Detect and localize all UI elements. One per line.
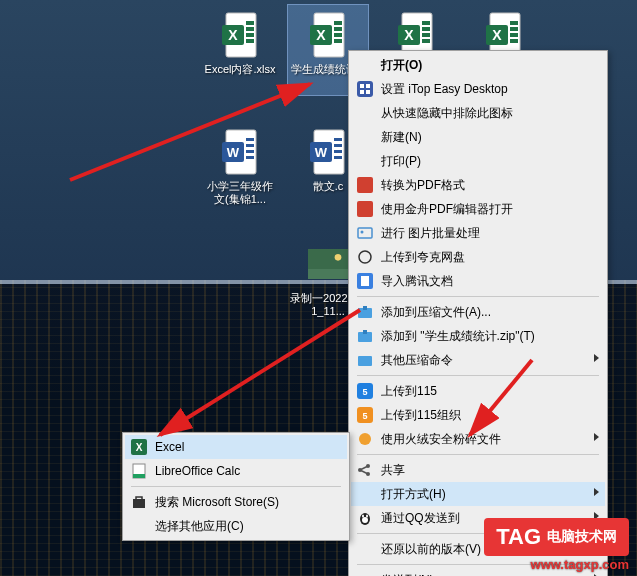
excel-icon: X xyxy=(220,11,260,59)
menu-label: 新建(N) xyxy=(381,129,422,146)
menu-share[interactable]: 共享 xyxy=(351,458,605,482)
svg-rect-33 xyxy=(246,150,254,153)
watermark-url: www.tagxp.com xyxy=(531,557,629,572)
svg-point-47 xyxy=(335,254,342,261)
svg-rect-55 xyxy=(358,228,372,238)
menu-open[interactable]: 打开(O) xyxy=(351,53,605,77)
menu-otherzip[interactable]: 其他压缩命令 xyxy=(351,348,605,372)
menu-label: 还原以前的版本(V) xyxy=(381,541,481,558)
pdf-icon xyxy=(355,200,375,218)
svg-rect-39 xyxy=(334,144,342,147)
separator xyxy=(357,375,599,376)
svg-rect-49 xyxy=(360,84,364,88)
menu-label: 其他压缩命令 xyxy=(381,352,453,369)
menu-openwith[interactable]: 打开方式(H) xyxy=(351,482,605,506)
menu-tencent[interactable]: 导入腾讯文档 xyxy=(351,269,605,293)
svg-rect-50 xyxy=(366,84,370,88)
zip-icon xyxy=(355,303,375,321)
menu-label: 搜索 Microsoft Store(S) xyxy=(155,494,279,511)
file-icon-word-1[interactable]: W 小学三年级作文(集锦1... xyxy=(200,122,280,212)
menu-label: 通过QQ发送到 xyxy=(381,510,460,527)
zip-icon xyxy=(355,351,375,369)
svg-point-57 xyxy=(359,251,371,263)
svg-rect-10 xyxy=(334,21,342,25)
menu-label: 上传到115组织 xyxy=(381,407,461,424)
svg-point-70 xyxy=(358,468,362,472)
menu-jinshan[interactable]: 使用金舟PDF编辑器打开 xyxy=(351,197,605,221)
svg-rect-20 xyxy=(422,39,430,43)
svg-text:5: 5 xyxy=(362,411,367,421)
submenu-other[interactable]: 选择其他应用(C) xyxy=(125,514,347,538)
file-label: 小学三年级作文(集锦1... xyxy=(202,180,278,206)
menu-label: 使用金舟PDF编辑器打开 xyxy=(381,201,513,218)
menu-label: 使用火绒安全粉碎文件 xyxy=(381,431,501,448)
menu-pdf[interactable]: 转换为PDF格式 xyxy=(351,173,605,197)
zip-icon xyxy=(355,327,375,345)
menu-label: 打开方式(H) xyxy=(381,486,446,503)
menu-quark[interactable]: 上传到夸克网盘 xyxy=(351,245,605,269)
menu-label: 转换为PDF格式 xyxy=(381,177,465,194)
svg-rect-63 xyxy=(363,330,367,334)
svg-point-74 xyxy=(362,517,368,523)
svg-point-75 xyxy=(362,515,364,518)
menu-label: 从快速隐藏中排除此图标 xyxy=(381,105,513,122)
menu-label: 发送到(N) xyxy=(381,572,434,577)
separator xyxy=(131,486,341,487)
menu-print[interactable]: 打印(P) xyxy=(351,149,605,173)
svg-rect-26 xyxy=(510,33,518,37)
svg-rect-4 xyxy=(246,27,254,31)
svg-rect-34 xyxy=(246,156,254,159)
svg-text:X: X xyxy=(404,27,414,43)
svg-rect-11 xyxy=(334,27,342,31)
115org-icon: 5 xyxy=(355,406,375,424)
submenu-excel[interactable]: XExcel xyxy=(125,435,347,459)
svg-rect-53 xyxy=(357,177,373,193)
svg-rect-3 xyxy=(246,21,254,25)
submenu-libre[interactable]: LibreOffice Calc xyxy=(125,459,347,483)
svg-text:X: X xyxy=(136,442,143,453)
menu-addzip2[interactable]: 添加到 "学生成绩统计.zip"(T) xyxy=(351,324,605,348)
svg-text:X: X xyxy=(316,27,326,43)
libre-icon xyxy=(129,462,149,480)
svg-rect-46 xyxy=(308,269,348,279)
menu-label: 共享 xyxy=(381,462,405,479)
file-icon-excel-1[interactable]: X Excel内容.xlsx xyxy=(200,5,280,95)
svg-rect-48 xyxy=(357,81,373,97)
submenu-store[interactable]: 搜索 Microsoft Store(S) xyxy=(125,490,347,514)
menu-hide[interactable]: 从快速隐藏中排除此图标 xyxy=(351,101,605,125)
svg-rect-5 xyxy=(246,33,254,37)
image-icon xyxy=(355,224,375,242)
menu-huorong[interactable]: 使用火绒安全粉碎文件 xyxy=(351,427,605,451)
menu-label: LibreOffice Calc xyxy=(155,464,240,478)
watermark-logo: TAG 电脑技术网 xyxy=(484,518,629,556)
svg-point-56 xyxy=(361,231,364,234)
separator xyxy=(357,296,599,297)
chevron-right-icon xyxy=(594,433,599,441)
menu-new[interactable]: 新建(N) xyxy=(351,125,605,149)
menu-label: 打开(O) xyxy=(381,57,422,74)
svg-rect-54 xyxy=(357,201,373,217)
menu-label: 导入腾讯文档 xyxy=(381,273,453,290)
svg-rect-38 xyxy=(334,138,342,141)
svg-point-71 xyxy=(366,464,370,468)
excel-app-icon: X xyxy=(129,438,149,456)
menu-label: 添加到 "学生成绩统计.zip"(T) xyxy=(381,328,535,345)
pdf-icon xyxy=(355,176,375,194)
excel-icon: X xyxy=(308,11,348,59)
menu-addzip[interactable]: 添加到压缩文件(A)... xyxy=(351,300,605,324)
svg-rect-12 xyxy=(334,33,342,37)
word-icon: W xyxy=(220,128,260,176)
svg-rect-24 xyxy=(510,21,518,25)
svg-rect-51 xyxy=(360,90,364,94)
svg-rect-6 xyxy=(246,39,254,43)
file-label: 散文.c xyxy=(313,180,344,193)
store-icon xyxy=(129,493,149,511)
menu-115org[interactable]: 5上传到115组织 xyxy=(351,403,605,427)
menu-115[interactable]: 5上传到115 xyxy=(351,379,605,403)
svg-rect-61 xyxy=(363,306,367,310)
svg-rect-27 xyxy=(510,39,518,43)
svg-rect-17 xyxy=(422,21,430,25)
separator xyxy=(357,454,599,455)
menu-batch[interactable]: 进行 图片批量处理 xyxy=(351,221,605,245)
menu-itop[interactable]: 设置 iTop Easy Desktop xyxy=(351,77,605,101)
